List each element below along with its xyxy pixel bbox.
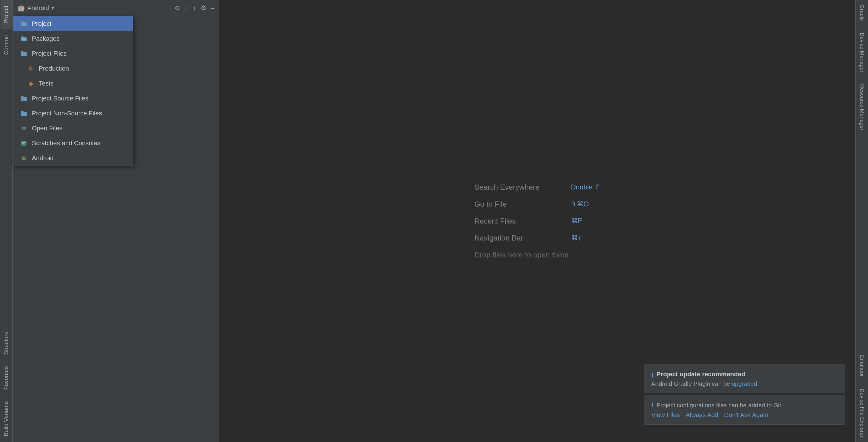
android-menu-icon bbox=[20, 154, 28, 162]
project-folder-icon bbox=[20, 20, 28, 28]
toast-git-config: ℹ Project configurations files can be ad… bbox=[644, 396, 845, 425]
toast-always-add-link[interactable]: Always Add bbox=[686, 411, 718, 419]
sidebar-item-favorites[interactable]: Favorites bbox=[1, 360, 12, 396]
toast-git-actions: View Files Always Add Don't Ask Again bbox=[651, 411, 838, 419]
project-source-files-icon bbox=[20, 94, 28, 102]
svg-line-19 bbox=[25, 156, 26, 157]
hint-recent-files: Recent Files ⌘E bbox=[474, 217, 600, 226]
hint-label-nav: Navigation Bar bbox=[474, 233, 566, 243]
menu-item-production[interactable]: ⚙ Production bbox=[13, 61, 133, 76]
menu-item-project-non-source-files[interactable]: Project Non-Source Files bbox=[13, 106, 133, 121]
toast-git-header: ℹ Project configurations files can be ad… bbox=[651, 402, 838, 409]
sidebar-item-commit[interactable]: Commit bbox=[1, 29, 12, 61]
toast-update-title: Project update recommended bbox=[656, 371, 745, 378]
production-icon: ⚙ bbox=[27, 65, 35, 73]
hint-label-goto: Go to File bbox=[474, 200, 566, 209]
svg-rect-11 bbox=[21, 140, 26, 146]
hint-label-recent: Recent Files bbox=[474, 217, 566, 226]
left-sidebar: Project Commit Structure Favorites Build… bbox=[0, 0, 12, 442]
scratches-icon bbox=[20, 139, 28, 147]
svg-rect-9 bbox=[21, 112, 27, 116]
menu-item-packages[interactable]: Packages bbox=[13, 31, 133, 46]
hint-navigation-bar: Navigation Bar ⌘↑ bbox=[474, 233, 600, 243]
right-sidebar: Gradle Device Manager Resource Manager E… bbox=[856, 0, 868, 442]
hint-shortcut-recent: ⌘E bbox=[571, 217, 582, 225]
minimize-icon[interactable]: – bbox=[211, 4, 214, 12]
panel-title[interactable]: 🤖 Android ▾ bbox=[17, 4, 54, 12]
project-files-icon bbox=[20, 50, 28, 58]
menu-item-project[interactable]: Project bbox=[13, 17, 133, 31]
notifications-area: ℹ Project update recommended Android Gra… bbox=[644, 365, 845, 425]
toast-update-body: Android Gradle Plugin can be upgraded. bbox=[651, 380, 838, 387]
toolbar-icons: ⊙ ≡ ↕ ⚙ – bbox=[175, 4, 214, 12]
sidebar-item-device-file-explorer[interactable]: Device File Explorer bbox=[857, 384, 867, 442]
toast-update-recommended: ℹ Project update recommended Android Gra… bbox=[644, 365, 845, 393]
svg-rect-5 bbox=[21, 52, 27, 56]
svg-rect-1 bbox=[21, 22, 24, 23]
separator-2 bbox=[857, 78, 867, 78]
dropdown-arrow-icon[interactable]: ▾ bbox=[51, 5, 54, 11]
hint-search-everywhere: Search Everywhere Double ⇧ bbox=[474, 183, 600, 192]
collapse-icon[interactable]: ↕ bbox=[193, 4, 196, 12]
settings-icon[interactable]: ⚙ bbox=[200, 4, 206, 12]
toast-info-icon-1: ℹ bbox=[651, 372, 654, 379]
menu-item-open-files[interactable]: ▤ Open Files bbox=[13, 121, 133, 136]
separator-1 bbox=[857, 27, 867, 27]
locate-icon[interactable]: ⊙ bbox=[175, 4, 180, 12]
open-files-icon: ▤ bbox=[20, 124, 28, 132]
svg-line-18 bbox=[22, 156, 23, 157]
svg-rect-6 bbox=[21, 51, 24, 53]
project-non-source-files-icon bbox=[20, 109, 28, 117]
hint-drop-files: Drop files here to open them bbox=[474, 251, 600, 259]
svg-rect-4 bbox=[22, 38, 25, 40]
sidebar-item-emulator[interactable]: Emulator bbox=[857, 350, 867, 381]
hint-goto-file: Go to File ⇧⌘O bbox=[474, 200, 600, 209]
sidebar-item-project[interactable]: Project bbox=[1, 0, 12, 29]
svg-point-16 bbox=[23, 158, 24, 159]
svg-point-17 bbox=[24, 158, 25, 159]
tests-icon: ◈ bbox=[27, 80, 35, 88]
menu-item-project-source-files[interactable]: Project Source Files bbox=[13, 91, 133, 106]
svg-rect-10 bbox=[21, 111, 24, 113]
sort-icon[interactable]: ≡ bbox=[185, 4, 188, 12]
hint-shortcut-goto: ⇧⌘O bbox=[571, 200, 589, 208]
panel-toolbar: 🤖 Android ▾ ⊙ ≡ ↕ ⚙ – bbox=[12, 0, 219, 16]
sidebar-item-gradle[interactable]: Gradle bbox=[857, 0, 867, 26]
hint-label-search: Search Everywhere bbox=[474, 183, 566, 192]
hint-shortcut-search: Double ⇧ bbox=[571, 183, 600, 191]
toast-update-header: ℹ Project update recommended bbox=[651, 371, 838, 380]
editor-hints: Search Everywhere Double ⇧ Go to File ⇧⌘… bbox=[474, 183, 600, 259]
project-dropdown-menu: Project Packages Project Files ⚙ Product… bbox=[12, 16, 133, 166]
sidebar-item-device-manager[interactable]: Device Manager bbox=[857, 28, 867, 77]
menu-item-scratches-consoles[interactable]: Scratches and Consoles bbox=[13, 136, 133, 151]
menu-item-project-files[interactable]: Project Files bbox=[13, 46, 133, 61]
packages-icon bbox=[20, 35, 28, 43]
hint-label-drop: Drop files here to open them bbox=[474, 251, 569, 259]
toast-dont-ask-link[interactable]: Don't Ask Again bbox=[724, 411, 768, 419]
svg-rect-0 bbox=[21, 22, 27, 26]
svg-rect-7 bbox=[21, 97, 27, 101]
svg-rect-8 bbox=[21, 96, 24, 98]
toast-view-files-link[interactable]: View Files bbox=[651, 411, 680, 419]
sidebar-item-structure[interactable]: Structure bbox=[1, 326, 12, 360]
menu-item-android[interactable]: Android bbox=[13, 151, 133, 166]
sidebar-item-build-variants[interactable]: Build Variants bbox=[1, 396, 12, 442]
menu-item-tests[interactable]: ◈ Tests bbox=[13, 76, 133, 91]
hint-shortcut-nav: ⌘↑ bbox=[571, 234, 581, 242]
sidebar-item-resource-manager[interactable]: Resource Manager bbox=[857, 80, 867, 135]
toast-info-icon-2: ℹ bbox=[651, 402, 654, 409]
toast-git-body: Project configurations files can be adde… bbox=[656, 402, 781, 409]
toast-upgraded-link[interactable]: upgraded bbox=[732, 380, 757, 387]
android-icon: 🤖 bbox=[17, 4, 25, 12]
svg-rect-3 bbox=[21, 36, 24, 38]
